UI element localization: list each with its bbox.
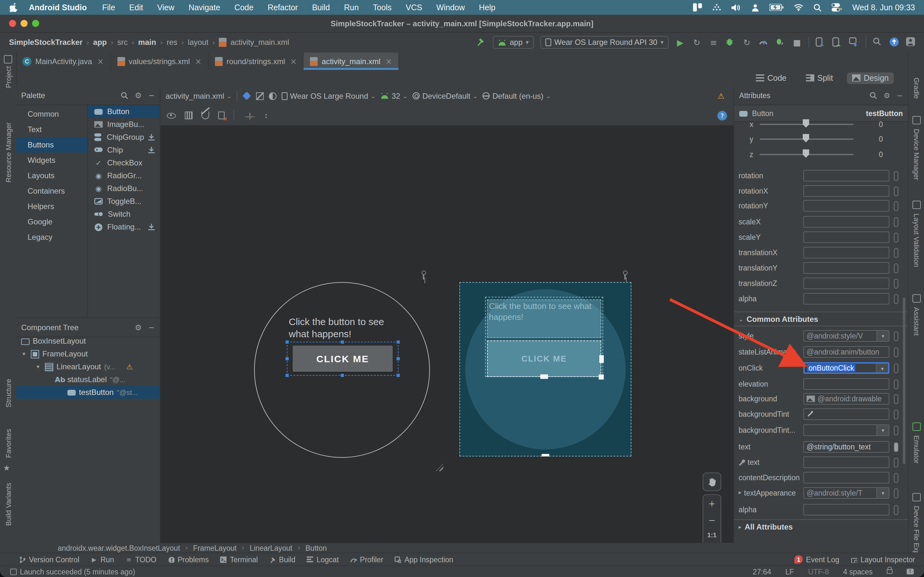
flag-toggle[interactable] bbox=[894, 488, 898, 498]
theme-select[interactable]: DeviceDefault⌄ bbox=[413, 91, 478, 100]
flag-toggle[interactable] bbox=[894, 186, 898, 196]
zoom-actual-size-button[interactable]: 1:1 bbox=[703, 532, 720, 538]
y-slider-thumb[interactable] bbox=[803, 134, 809, 142]
backgroundtintmode-input[interactable]: ▾ bbox=[803, 424, 889, 436]
flag-toggle[interactable] bbox=[894, 409, 898, 419]
gear-icon[interactable]: ⚙ bbox=[135, 91, 142, 100]
design-canvas[interactable]: Click the button to seewhat happens! CLI… bbox=[160, 126, 733, 543]
restart-activity-button[interactable]: ↻ bbox=[692, 37, 702, 47]
keyboard-brightness-icon[interactable] bbox=[712, 4, 721, 11]
flag-toggle[interactable] bbox=[894, 232, 898, 242]
blueprint-status-label[interactable]: Click the button to see what happens! bbox=[487, 300, 601, 338]
flag-toggle[interactable] bbox=[894, 201, 898, 211]
rotationy-input[interactable] bbox=[803, 200, 889, 211]
breadcrumb-app[interactable]: app bbox=[93, 38, 107, 47]
dropdown-arrow-icon[interactable]: ▾ bbox=[877, 488, 889, 498]
toolwin-profiler[interactable]: Profiler bbox=[351, 556, 383, 563]
close-icon[interactable]: × bbox=[386, 57, 392, 66]
palette-item-chip[interactable]: Chip bbox=[88, 143, 160, 156]
event-log-button[interactable]: 1Event Log bbox=[795, 555, 839, 564]
palette-item-imagebutton[interactable]: ImageBu... bbox=[88, 118, 160, 131]
selection-handle[interactable] bbox=[341, 374, 344, 377]
selection-handle[interactable] bbox=[341, 340, 344, 343]
hide-icon[interactable]: − bbox=[148, 91, 155, 100]
category-common[interactable]: Common bbox=[16, 106, 87, 122]
selection-box[interactable] bbox=[287, 342, 399, 376]
tree-node-framelayout[interactable]: ▾FrameLayout bbox=[16, 348, 160, 360]
dock-emulator[interactable]: Emulator bbox=[913, 435, 921, 464]
zoom-out-button[interactable]: − bbox=[703, 516, 720, 525]
hide-icon[interactable]: − bbox=[897, 91, 903, 100]
pan-button[interactable] bbox=[703, 472, 721, 491]
no-design-surface-icon[interactable] bbox=[256, 92, 264, 100]
menu-run[interactable]: Run bbox=[344, 3, 359, 12]
menu-window[interactable]: Window bbox=[436, 3, 465, 12]
menu-edit[interactable]: Edit bbox=[129, 3, 143, 12]
tab-round-strings[interactable]: round/strings.xml× bbox=[208, 53, 304, 70]
palette-item-button[interactable]: Button bbox=[88, 105, 160, 118]
breadcrumb-file[interactable]: activity_main.xml bbox=[230, 38, 289, 47]
dock-favorites[interactable]: Favorites bbox=[4, 429, 12, 458]
translationx-input[interactable] bbox=[803, 247, 889, 258]
status-label-preview[interactable]: Click the button to seewhat happens! bbox=[289, 316, 384, 340]
statelistanimator-input[interactable]: @android:anim/button bbox=[803, 346, 889, 358]
target-device-select[interactable]: Wear OS Large Round API 30 ▾ bbox=[540, 36, 669, 49]
selection-handle[interactable] bbox=[286, 357, 289, 360]
palette-item-switch[interactable]: Switch bbox=[88, 208, 160, 221]
selection-handle[interactable] bbox=[397, 374, 400, 377]
flag-toggle[interactable] bbox=[894, 505, 898, 514]
battery-icon[interactable] bbox=[769, 4, 783, 11]
palette-item-togglebutton[interactable]: ToggleB... bbox=[88, 195, 160, 208]
crumb-linearlayout[interactable]: LinearLayout bbox=[250, 544, 292, 552]
night-mode-icon[interactable] bbox=[269, 92, 276, 100]
tree-node-testbutton[interactable]: testButton"@st... bbox=[16, 386, 160, 399]
toolwin-run[interactable]: ▶Run bbox=[91, 556, 114, 563]
style-input[interactable]: @android:style/V▾ bbox=[803, 330, 889, 342]
common-attributes-section[interactable]: ⌄Common Attributes bbox=[734, 311, 908, 326]
tree-node-boxinsetlayout[interactable]: BoxInsetLayout bbox=[16, 335, 160, 348]
menu-file[interactable]: File bbox=[102, 3, 115, 12]
hide-icon[interactable]: − bbox=[148, 323, 155, 332]
dock-gradle[interactable]: Gradle bbox=[913, 77, 921, 99]
palette-item-checkbox[interactable]: ✓CheckBox bbox=[88, 156, 160, 169]
dock-assistant[interactable]: Assistant bbox=[913, 307, 921, 335]
menu-refactor[interactable]: Refactor bbox=[268, 3, 298, 12]
toolwin-problems[interactable]: Problems bbox=[168, 556, 209, 563]
blueprint-handle[interactable] bbox=[599, 355, 604, 363]
dock-build-variants[interactable]: Build Variants bbox=[4, 483, 12, 526]
rotation-input[interactable] bbox=[803, 170, 889, 181]
menu-tools[interactable]: Tools bbox=[373, 3, 391, 12]
contentdescription-input[interactable] bbox=[803, 472, 889, 484]
flag-toggle[interactable] bbox=[894, 279, 898, 288]
flag-toggle[interactable] bbox=[894, 347, 898, 357]
flag-toggle[interactable] bbox=[894, 331, 898, 341]
toolwin-app-inspection[interactable]: App Inspection bbox=[395, 556, 453, 563]
flag-toggle[interactable] bbox=[894, 425, 898, 435]
status-message[interactable]: Launch succeeded (5 minutes ago) bbox=[10, 568, 135, 575]
breadcrumb-project[interactable]: SimpleStockTracker bbox=[9, 38, 82, 47]
dock-structure[interactable]: Structure bbox=[4, 379, 12, 408]
run-list-icon[interactable]: ≡ bbox=[708, 37, 719, 47]
menu-vcs[interactable]: VCS bbox=[406, 3, 422, 12]
search-icon[interactable] bbox=[121, 91, 128, 99]
flag-toggle[interactable] bbox=[894, 363, 898, 373]
dock-resource-manager[interactable]: Resource Manager bbox=[4, 122, 12, 182]
run-configuration-select[interactable]: app ▾ bbox=[493, 36, 534, 49]
z-slider-thumb[interactable] bbox=[803, 149, 809, 158]
window-tiles-icon[interactable] bbox=[693, 3, 702, 11]
category-widgets[interactable]: Widgets bbox=[16, 153, 87, 168]
backgroundtint-input[interactable] bbox=[803, 408, 889, 420]
layout-inspector-button[interactable]: Layout Inspector bbox=[851, 556, 915, 563]
wifi-icon[interactable] bbox=[794, 4, 803, 11]
flag-toggle[interactable] bbox=[894, 171, 898, 181]
lock-icon[interactable] bbox=[887, 569, 893, 574]
dropdown-arrow-icon[interactable]: ▾ bbox=[876, 364, 888, 374]
eyedropper-icon[interactable] bbox=[806, 411, 813, 417]
chevron-down-icon[interactable]: ▾ bbox=[37, 364, 42, 370]
category-helpers[interactable]: Helpers bbox=[16, 199, 87, 214]
menu-code[interactable]: Code bbox=[234, 3, 254, 12]
scrollbar[interactable] bbox=[903, 298, 905, 464]
category-layouts[interactable]: Layouts bbox=[16, 168, 87, 183]
alpha-common-input[interactable] bbox=[803, 504, 889, 516]
clear-constraints-icon[interactable] bbox=[218, 111, 225, 119]
